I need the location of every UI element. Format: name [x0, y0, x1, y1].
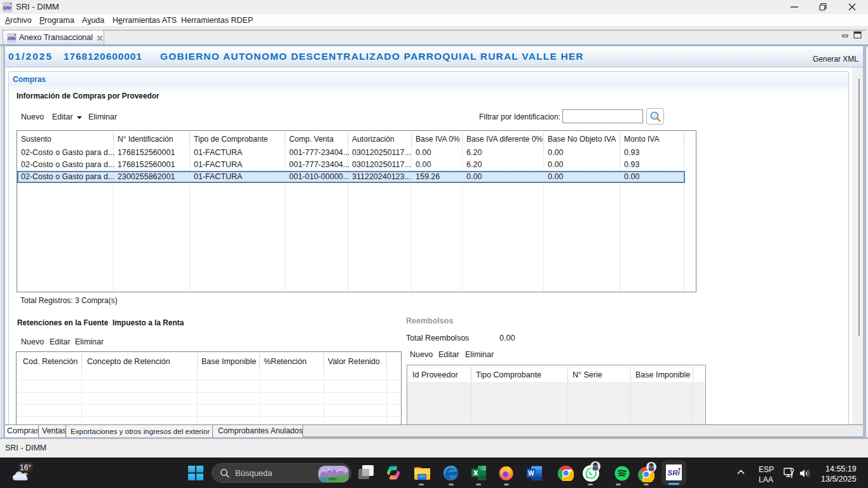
- svg-text:SRi: SRi: [8, 36, 17, 41]
- svg-text:SRi: SRi: [3, 5, 12, 11]
- svg-text:SRi: SRi: [668, 469, 681, 477]
